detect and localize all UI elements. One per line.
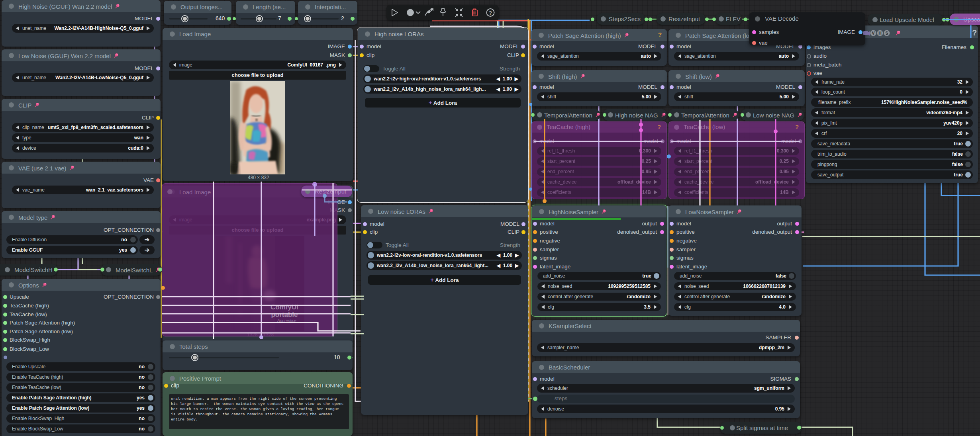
- svg-text:?: ?: [489, 10, 492, 16]
